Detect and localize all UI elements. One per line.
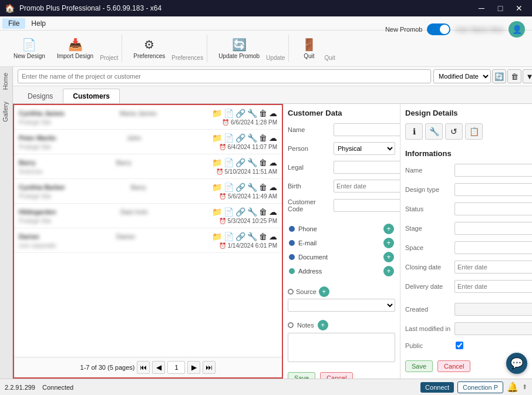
- page-number-input[interactable]: [167, 361, 185, 374]
- quit-button[interactable]: 🚪 Quit: [295, 35, 323, 62]
- list-item-action-icon[interactable]: 📁: [212, 158, 222, 167]
- filter-select[interactable]: Modified Date: [433, 69, 491, 83]
- info-icon-btn[interactable]: ℹ: [405, 123, 423, 140]
- list-item-action-icon[interactable]: 🗑: [259, 232, 267, 241]
- connect-button[interactable]: Connect: [420, 382, 454, 393]
- person-select[interactable]: Physical: [334, 142, 395, 155]
- sidebar-item-gallery[interactable]: Gallery: [0, 96, 12, 128]
- design-save-button[interactable]: Save: [405, 360, 433, 372]
- list-item-action-icon[interactable]: ☁: [269, 183, 277, 192]
- list-item-action-icon[interactable]: 📁: [212, 109, 222, 118]
- source-add-button[interactable]: +: [319, 286, 329, 297]
- list-item-action-icon[interactable]: 📄: [224, 232, 234, 241]
- list-item-action-icon[interactable]: 🔗: [235, 183, 245, 192]
- list-item-action-icon[interactable]: 🔧: [247, 158, 257, 167]
- name-input[interactable]: [334, 123, 400, 136]
- page-next-button[interactable]: ▶: [187, 361, 200, 374]
- import-design-button[interactable]: 📥 Import Design: [52, 35, 99, 62]
- address-add-button[interactable]: +: [383, 266, 394, 276]
- list-item-action-icon[interactable]: 🔗: [235, 133, 245, 143]
- customer-save-button[interactable]: Save: [288, 372, 315, 379]
- list-item-action-icon[interactable]: ☁: [269, 133, 277, 143]
- phone-row[interactable]: Phone +: [288, 222, 395, 236]
- list-item-action-icon[interactable]: 🗑: [259, 207, 267, 217]
- search-input[interactable]: [18, 69, 431, 83]
- list-item-action-icon[interactable]: 🗑: [259, 109, 267, 118]
- new-promob-toggle[interactable]: [427, 23, 450, 35]
- update-promob-button[interactable]: 🔄 Update Promob: [213, 35, 265, 62]
- page-first-button[interactable]: ⏮: [137, 361, 150, 374]
- list-item-action-icon[interactable]: 🔗: [235, 109, 245, 118]
- list-item-action-icon[interactable]: 🔗: [235, 232, 245, 241]
- page-last-button[interactable]: ⏭: [203, 361, 216, 374]
- tools-icon-btn[interactable]: 🔧: [425, 123, 443, 140]
- list-item-action-icon[interactable]: 🔗: [235, 207, 245, 217]
- public-checkbox[interactable]: [456, 342, 463, 349]
- list-item-action-icon[interactable]: 🔧: [247, 207, 257, 217]
- connection-p-button[interactable]: Conection P: [457, 382, 503, 393]
- user-avatar[interactable]: 👤: [509, 21, 525, 38]
- document-add-button[interactable]: +: [383, 252, 394, 262]
- email-row[interactable]: E-mail +: [288, 236, 395, 250]
- history-icon-btn[interactable]: ↺: [445, 123, 463, 140]
- list-item-action-icon[interactable]: 📄: [224, 109, 234, 118]
- close-button[interactable]: ✕: [511, 2, 527, 15]
- design-type-select[interactable]: [454, 183, 532, 196]
- tab-designs[interactable]: Designs: [18, 89, 63, 103]
- maximize-button[interactable]: □: [492, 2, 509, 15]
- email-add-button[interactable]: +: [383, 238, 394, 248]
- list-item-action-icon[interactable]: 🔧: [247, 133, 257, 143]
- list-item-action-icon[interactable]: 📄: [224, 133, 234, 143]
- menu-file[interactable]: File: [2, 18, 25, 29]
- notes-textarea[interactable]: [288, 333, 395, 362]
- customer-cancel-button[interactable]: Cancel: [320, 372, 353, 379]
- closing-date-input[interactable]: [454, 261, 532, 274]
- filter-button[interactable]: ▼: [523, 69, 532, 83]
- list-item-action-icon[interactable]: 🗑: [259, 133, 267, 143]
- list-item[interactable]: Peter Martin John 📁📄🔗🔧🗑☁ Protegé Site ⏰ …: [14, 130, 282, 154]
- notes-add-button[interactable]: +: [318, 320, 328, 330]
- document-row[interactable]: Document +: [288, 250, 395, 264]
- delivery-date-input[interactable]: [454, 280, 532, 293]
- tab-customers[interactable]: Customers: [63, 89, 120, 103]
- list-item-action-icon[interactable]: 🗑: [259, 183, 267, 192]
- address-row[interactable]: Address +: [288, 264, 395, 278]
- menu-help[interactable]: Help: [25, 18, 52, 29]
- list-item[interactable]: Hildegarden Dani Irvin 📁📄🔗🔧🗑☁ Protégé Si…: [14, 204, 282, 228]
- stage-select[interactable]: [454, 222, 532, 235]
- list-item-action-icon[interactable]: ☁: [269, 109, 277, 118]
- legal-input[interactable]: [334, 161, 400, 174]
- list-item-action-icon[interactable]: 🔧: [247, 183, 257, 192]
- list-item-action-icon[interactable]: ☁: [269, 207, 277, 217]
- list-item-action-icon[interactable]: ☁: [269, 158, 277, 167]
- list-item-action-icon[interactable]: 📁: [212, 232, 222, 241]
- source-select[interactable]: [288, 299, 395, 312]
- list-item-action-icon[interactable]: 🔗: [235, 158, 245, 167]
- birth-input[interactable]: [334, 180, 400, 193]
- customer-code-input[interactable]: [334, 199, 400, 212]
- doc-icon-btn[interactable]: 📋: [465, 123, 483, 140]
- list-item[interactable]: Barry Barry 📁📄🔗🔧🗑☁ Sciences ⏰ 5/10/2024 …: [14, 154, 282, 179]
- list-item-action-icon[interactable]: 📁: [212, 133, 222, 143]
- list-item[interactable]: Cynthia Barber Barry 📁📄🔗🔧🗑☁ Protégé Site…: [14, 179, 282, 204]
- list-item[interactable]: Darion Darion 📁📄🔗🔧🗑☁ com separado ⏰ 1/14…: [14, 228, 282, 253]
- chat-button[interactable]: 💬: [506, 353, 527, 374]
- list-item-action-icon[interactable]: 📁: [212, 183, 222, 192]
- list-item-action-icon[interactable]: 📄: [224, 158, 234, 167]
- phone-add-button[interactable]: +: [383, 224, 394, 234]
- list-item-action-icon[interactable]: 🔧: [247, 109, 257, 118]
- space-select[interactable]: [454, 241, 532, 254]
- list-item-action-icon[interactable]: 📁: [212, 207, 222, 217]
- design-name-input[interactable]: [454, 164, 532, 177]
- list-item-action-icon[interactable]: 📄: [224, 183, 234, 192]
- list-item-action-icon[interactable]: ☁: [269, 232, 277, 241]
- expand-icon[interactable]: ⬆: [522, 383, 527, 391]
- notification-icon[interactable]: 🔔: [507, 382, 518, 393]
- design-cancel-button[interactable]: Cancel: [437, 360, 470, 372]
- sidebar-item-home[interactable]: Home: [0, 67, 12, 96]
- list-item-action-icon[interactable]: 🔧: [247, 232, 257, 241]
- minimize-button[interactable]: ─: [473, 2, 490, 15]
- page-prev-button[interactable]: ◀: [152, 361, 165, 374]
- refresh-button[interactable]: 🔄: [492, 69, 506, 83]
- preferences-button[interactable]: ⚙ Preferences: [128, 35, 170, 62]
